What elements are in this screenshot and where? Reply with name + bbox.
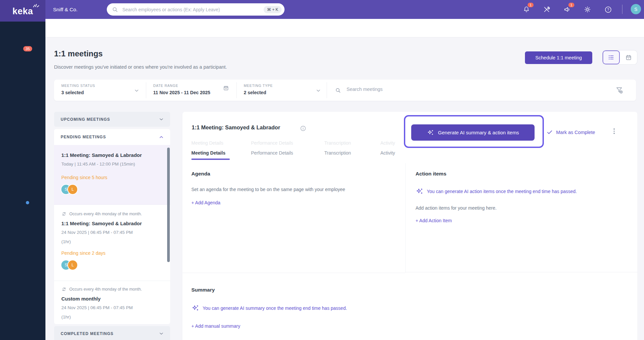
chevron-down-icon <box>159 331 164 336</box>
summary-ai-hint: You can generate AI summary once the mee… <box>191 304 347 312</box>
completed-meetings-section[interactable]: COMPLETED MEETINGS <box>54 326 170 340</box>
chevron-down-icon <box>159 116 164 122</box>
tools-icon[interactable] <box>543 6 550 13</box>
column-divider <box>405 163 406 273</box>
meeting-list-item[interactable]: Occurs every 4th monday of the month. 1:… <box>54 205 170 281</box>
page-subtitle: Discover meetings you've initiated or on… <box>54 64 227 70</box>
mark-as-complete-button[interactable]: Mark as Complete <box>547 129 595 135</box>
pending-meetings-section[interactable]: PENDING MEETINGS <box>54 129 170 145</box>
ghost-tab: Activity <box>380 140 395 146</box>
action-items-heading: Action items <box>416 171 446 177</box>
view-toggle <box>603 50 637 64</box>
ai-sparkle-icon <box>416 187 423 195</box>
meeting-type-filter[interactable]: MEETING TYPE 2 selected <box>236 80 327 101</box>
hire-notification-dot <box>26 201 29 204</box>
header-divider <box>622 5 622 14</box>
section-divider <box>182 273 405 273</box>
inbox-badge: 35 <box>23 46 32 51</box>
logo-spark-icon <box>32 3 39 8</box>
detail-tab-underline <box>191 159 230 160</box>
filter-divider <box>327 82 327 98</box>
meetings-search-input[interactable] <box>346 86 520 92</box>
sidebar-nav <box>0 19 45 340</box>
ai-sparkle-icon <box>191 304 199 312</box>
ghost-tab: Transcription <box>324 140 351 146</box>
detail-tab-activity[interactable]: Activity <box>380 150 395 156</box>
meeting-detail-title: 1:1 Meeting: Samoyed & Labrador <box>192 124 280 131</box>
search-icon <box>335 87 341 94</box>
add-action-item-link[interactable]: + Add Action Item <box>416 218 452 223</box>
help-icon[interactable]: ? <box>604 6 612 14</box>
summary-heading: Summary <box>191 287 215 293</box>
action-items-ai-hint: You can generate AI action items once th… <box>416 187 577 195</box>
global-search-input[interactable] <box>122 7 264 13</box>
meeting-detail-card: 1:1 Meeting: Samoyed & Labrador Meeting … <box>182 112 637 340</box>
module-tabbar <box>45 19 644 37</box>
filter-bar: MEETING STATUS 3 selected DATE RANGE 11 … <box>54 80 636 101</box>
list-scrollbar[interactable] <box>167 148 170 262</box>
chevron-down-icon <box>134 88 140 94</box>
keka-logo[interactable]: keka <box>0 0 45 22</box>
keka-logo-text: keka <box>12 6 33 17</box>
announcements-badge: 1 <box>568 3 574 7</box>
calendar-view-button[interactable] <box>620 50 637 64</box>
list-view-icon <box>608 54 615 61</box>
calendar-icon <box>223 85 229 91</box>
agenda-description: Set an agenda for the meeting to be on t… <box>191 187 345 192</box>
bell-badge: 1 <box>528 3 534 7</box>
detail-tab-transcription[interactable]: Transcription <box>324 150 351 156</box>
chevron-up-icon <box>159 134 164 140</box>
action-items-description: Add action items for your meeting here. <box>416 205 496 211</box>
meeting-list-item[interactable]: Occurs every 4th monday of the month. Cu… <box>54 281 170 324</box>
clear-filters-icon[interactable] <box>615 86 624 95</box>
ghost-tab: Meeting Details <box>191 140 224 146</box>
ai-sparkle-icon <box>427 129 434 136</box>
calendar-view-icon <box>625 54 632 61</box>
settings-gear-icon[interactable] <box>584 6 591 13</box>
check-icon <box>547 129 553 135</box>
keka-app: keka Sniff & Co. ⌘ + K 1 1 <box>0 0 644 340</box>
recurring-icon <box>61 287 67 292</box>
svg-text:?: ? <box>607 8 609 12</box>
recurring-icon <box>61 211 67 217</box>
schedule-meeting-button[interactable]: Schedule 1:1 meeting <box>525 51 592 64</box>
company-name: Sniff & Co. <box>53 0 78 19</box>
more-options-kebab[interactable] <box>613 128 615 134</box>
page-title: 1:1 meetings <box>54 49 103 58</box>
add-agenda-link[interactable]: + Add Agenda <box>191 200 221 205</box>
add-manual-summary-link[interactable]: + Add manual summary <box>191 323 240 329</box>
pending-meetings-card: PENDING MEETINGS 1:1 Meeting: Samoyed & … <box>54 129 170 324</box>
date-range-filter[interactable]: DATE RANGE 11 Nov 2025 - 11 Dec 2025 <box>146 80 236 101</box>
list-view-button[interactable] <box>603 50 620 64</box>
agenda-heading: Agenda <box>191 171 210 177</box>
meeting-status-filter[interactable]: MEETING STATUS 3 selected <box>54 80 146 101</box>
info-icon[interactable] <box>300 125 306 132</box>
section-divider <box>405 272 637 272</box>
detail-tab-meeting-details[interactable]: Meeting Details <box>191 150 225 156</box>
global-search[interactable]: ⌘ + K <box>107 3 285 16</box>
detail-tab-performance-details[interactable]: Performance Details <box>251 150 293 156</box>
user-avatar[interactable]: S <box>631 4 641 14</box>
search-icon <box>112 6 118 13</box>
shortcut-hint: ⌘ + K <box>264 6 282 13</box>
avatar: L <box>67 260 78 270</box>
generate-ai-summary-button[interactable]: Generate AI summary & action items <box>411 124 535 141</box>
avatar: L <box>67 184 78 195</box>
ghost-tab: Performance Details <box>251 140 293 146</box>
meeting-list-item[interactable]: 1:1 Meeting: Samoyed & Labrador Today | … <box>54 145 170 205</box>
upcoming-meetings-section[interactable]: UPCOMING MEETINGS <box>54 112 170 127</box>
chevron-down-icon <box>315 88 321 94</box>
